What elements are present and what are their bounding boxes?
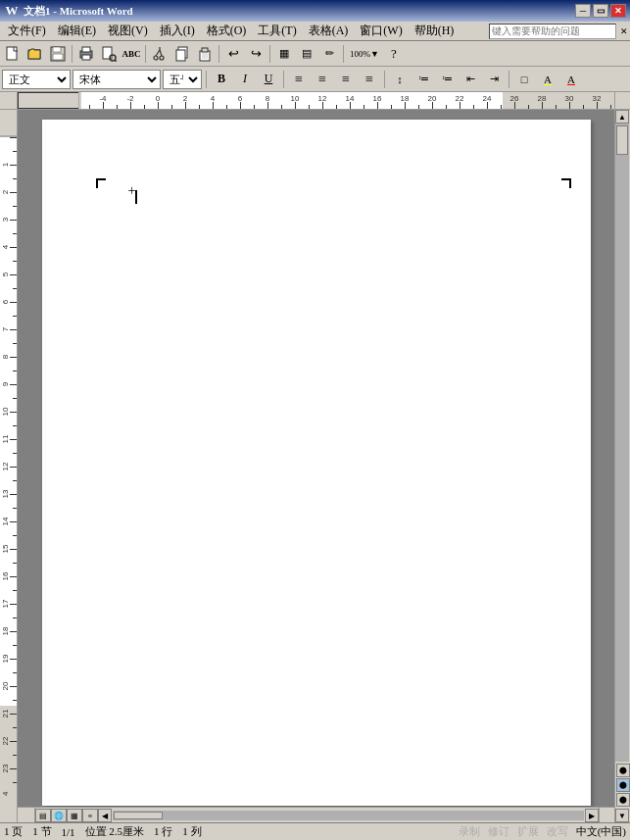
underline-button[interactable]: U <box>258 69 279 90</box>
main-toolbar: ABC ↩ ↪ ▦ ▤ ✏ 100%▼ ? <box>0 41 630 67</box>
decrease-indent-button[interactable]: ⇤ <box>460 69 481 90</box>
vertical-ruler <box>0 110 18 822</box>
print-button[interactable] <box>75 43 97 65</box>
toolbar-sep-5 <box>343 45 344 63</box>
margin-corner-tl <box>96 178 106 188</box>
v-scroll-thumb[interactable] <box>616 125 628 155</box>
svg-line-10 <box>115 60 117 62</box>
columns-button[interactable]: ▤ <box>296 43 317 65</box>
status-section: 1 节 <box>32 824 51 839</box>
preview-button[interactable] <box>98 43 120 65</box>
toolbar-sep-1 <box>72 45 73 63</box>
outside-border-button[interactable]: □ <box>513 69 535 90</box>
status-trk: 修订 <box>488 824 509 839</box>
cut-button[interactable] <box>149 43 170 65</box>
toolbar-sep-2 <box>145 45 146 63</box>
status-ovr: 改写 <box>547 824 568 839</box>
align-justify-button[interactable]: ≡ <box>359 69 380 90</box>
page-scroll-area[interactable]: + <box>18 110 614 807</box>
svg-rect-19 <box>202 48 208 52</box>
menu-file[interactable]: 文件(F) <box>2 21 52 41</box>
v-scroll-track <box>615 124 629 762</box>
bullets-button[interactable]: ≔ <box>436 69 458 90</box>
help-search-input[interactable] <box>489 24 616 39</box>
svg-rect-7 <box>82 55 90 60</box>
status-col: 1 列 <box>182 824 201 839</box>
h-scroll-right-arrow[interactable]: ▶ <box>585 809 599 822</box>
insert-table-button[interactable]: ▦ <box>273 43 295 65</box>
italic-button[interactable]: I <box>234 69 256 90</box>
outline-view-button[interactable]: ≡ <box>82 809 98 822</box>
v-ruler-canvas <box>0 110 17 796</box>
paste-button[interactable] <box>194 43 216 65</box>
copy-button[interactable] <box>171 43 193 65</box>
h-scroll-thumb[interactable] <box>114 812 163 819</box>
align-left-button[interactable]: ≡ <box>288 69 310 90</box>
svg-rect-0 <box>7 47 17 60</box>
redo-button[interactable]: ↪ <box>245 43 267 65</box>
status-page: 1 页 <box>4 824 23 839</box>
increase-indent-button[interactable]: ⇥ <box>483 69 505 90</box>
h-scroll-left-arrow[interactable]: ◀ <box>98 809 112 822</box>
menu-format[interactable]: 格式(O) <box>201 21 253 41</box>
restore-button[interactable]: ▭ <box>593 4 608 18</box>
save-button[interactable] <box>47 43 69 65</box>
ruler-corner <box>0 92 18 110</box>
v-scroll-up-arrow[interactable]: ▲ <box>615 110 629 124</box>
prev-page-button[interactable]: ⬤ <box>616 764 630 777</box>
align-center-button[interactable]: ≡ <box>312 69 333 90</box>
svg-line-13 <box>156 50 160 56</box>
svg-line-14 <box>160 50 162 56</box>
menu-help[interactable]: 帮助(H) <box>409 21 460 41</box>
close-button[interactable]: ✕ <box>610 4 626 18</box>
print-view-button[interactable]: ▦ <box>67 809 82 822</box>
menu-table[interactable]: 表格(A) <box>303 21 355 41</box>
editor-area: + ▤ 🌐 ▦ ≡ ◀ ▶ <box>0 110 630 822</box>
line-spacing-button[interactable]: ↕ <box>389 69 411 90</box>
font-select[interactable]: 宋体 <box>73 70 161 89</box>
word-icon: W <box>4 3 20 19</box>
svg-rect-3 <box>53 47 61 52</box>
status-rec: 录制 <box>459 824 480 839</box>
menu-window[interactable]: 窗口(W) <box>354 21 408 41</box>
menu-edit[interactable]: 编辑(E) <box>52 21 102 41</box>
fmt-sep-2 <box>283 71 284 88</box>
help-close-icon[interactable]: ✕ <box>620 26 628 36</box>
web-view-button[interactable]: 🌐 <box>51 809 67 822</box>
status-ext: 扩展 <box>517 824 539 839</box>
app-window: W 文档1 - Microsoft Word ─ ▭ ✕ 文件(F) 编辑(E)… <box>0 0 630 840</box>
align-right-button[interactable]: ≡ <box>335 69 357 90</box>
zoom-button[interactable]: 100%▼ <box>347 43 382 65</box>
menu-insert[interactable]: 插入(I) <box>154 21 201 41</box>
vertical-scrollbar: ▲ ⬤ ⬤ ⬤ ▼ <box>614 110 630 822</box>
normal-view-button[interactable]: ▤ <box>35 809 51 822</box>
open-button[interactable] <box>24 43 46 65</box>
minimize-button[interactable]: ─ <box>575 4 591 18</box>
highlight-button[interactable]: A <box>537 69 558 90</box>
bold-button[interactable]: B <box>211 69 232 90</box>
fmt-sep-3 <box>384 71 385 88</box>
style-select[interactable]: 正文 <box>2 70 71 89</box>
toolbar-sep-4 <box>269 45 270 63</box>
font-size-select[interactable]: 五号 <box>163 70 202 89</box>
next-page-button[interactable]: ⬤ <box>616 793 630 807</box>
menu-tools[interactable]: 工具(T) <box>252 21 302 41</box>
bottom-row: ▤ 🌐 ▦ ≡ ◀ ▶ <box>18 807 614 822</box>
undo-button[interactable]: ↩ <box>222 43 244 65</box>
v-scroll-down-arrow[interactable]: ▼ <box>615 809 629 822</box>
horizontal-scrollbar: ▤ 🌐 ▦ ≡ ◀ ▶ <box>35 808 599 822</box>
help-button[interactable]: ? <box>383 43 405 65</box>
status-bar: 1 页 1 节 1/1 位置 2.5厘米 1 行 1 列 录制 修订 扩展 改写… <box>0 822 630 840</box>
menu-view[interactable]: 视图(V) <box>102 21 154 41</box>
document-page[interactable]: + <box>42 120 591 806</box>
svg-rect-17 <box>176 50 185 61</box>
spell-button[interactable]: ABC <box>121 43 142 65</box>
title-text: 文档1 - Microsoft Word <box>24 4 133 19</box>
font-color-button[interactable]: A <box>560 69 582 90</box>
status-position: 位置 2.5厘米 <box>85 824 145 839</box>
numbering-button[interactable]: ≔ <box>412 69 434 90</box>
ruler-canvas <box>18 92 614 109</box>
drawing-button[interactable]: ✏ <box>318 43 340 65</box>
new-button[interactable] <box>2 43 24 65</box>
browse-object-button[interactable]: ⬤ <box>616 778 630 792</box>
